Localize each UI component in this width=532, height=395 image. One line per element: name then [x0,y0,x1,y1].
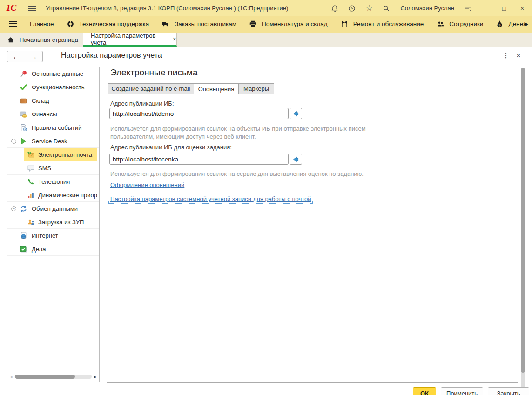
sidebar-item-dynamic-priorities[interactable]: Динамические приор [7,188,99,202]
ok-button[interactable]: ОК [413,387,436,395]
collapse-expander-icon[interactable]: − [11,139,16,144]
play-icon [20,137,27,145]
persons-icon [27,218,35,226]
minimize-button[interactable]: – [481,5,491,12]
notifications-tab-panel: Адрес публикации ИБ: Используется для фо… [107,94,518,383]
sidebar-item-telephony[interactable]: Телефония [7,175,99,188]
more-menu-icon[interactable]: ⋮ [503,52,510,59]
logo-text: 1С [6,3,16,13]
apply-button[interactable]: Применить [441,387,483,395]
sidebar-item-warehouse[interactable]: Склад [7,94,99,107]
pin-icon [20,70,27,78]
back-button[interactable]: ← [7,51,25,62]
moneybag-icon: $ [496,20,504,28]
application-window: 1С Управление IT-отделом 8, редакция 3.1… [0,0,532,395]
search-icon[interactable] [382,4,391,13]
sidebar-item-tasks[interactable]: Дела [7,242,99,256]
favorites-star-icon[interactable]: ☆ [365,4,373,13]
tab-home[interactable]: Начальная страница [0,33,83,47]
forward-button[interactable]: → [25,51,42,62]
home-icon [7,36,14,43]
sidebar-horizontal-scrollbar[interactable]: ◂ ▸ [7,374,99,380]
scroll-right-icon[interactable]: ▸ [92,374,99,380]
notification-design-link[interactable]: Оформление оповещений [110,181,184,188]
printer-icon [249,20,257,28]
phone-icon [27,178,35,186]
hscroll-track[interactable] [15,375,92,379]
menu-item-nomenclature[interactable]: Номенклатура и склад [249,20,328,28]
tab-close-icon[interactable]: × [173,35,176,43]
menu-item-main[interactable]: Главное [30,20,54,27]
sidebar-item-zup-load[interactable]: Загрузка из ЗУП [7,215,99,229]
sms-bubble-icon [27,164,35,172]
publication-address-input[interactable] [109,108,289,119]
rating-address-label: Адрес публикации ИБ для оценки задания: [110,144,232,151]
truck-icon [162,20,170,28]
finance-icon [20,110,27,118]
blue-left-arrow-icon [292,110,299,117]
mail-icon [27,151,35,159]
collapse-expander-icon[interactable]: − [11,206,16,211]
current-user[interactable]: Соломахин Руслан [400,5,454,12]
window-close-button[interactable]: × [518,5,527,12]
todo-checkbox-icon [20,245,27,253]
crate-icon [20,97,27,105]
support-wheel-icon [67,20,74,28]
system-mail-account-link[interactable]: Настройка параметров системной учетной з… [109,194,312,203]
form-close-icon[interactable]: × [516,51,521,60]
page-title: Настройка параметров учета [61,51,162,60]
sidebar-item-event-rules[interactable]: Правила событий [7,121,99,134]
event-rules-icon [20,124,27,132]
sync-icon [20,205,27,213]
svg-text:$: $ [499,23,501,27]
publication-address-label: Адрес публикации ИБ: [110,100,174,107]
blue-left-arrow-icon [292,156,299,163]
menu-item-employees[interactable]: Сотрудники [436,20,483,28]
maximize-button[interactable]: □ [499,5,509,12]
title-bar: 1С Управление IT-отделом 8, редакция 3.1… [0,0,532,16]
section-heading: Электронные письма [110,67,197,78]
service-menu-icon[interactable] [464,4,472,13]
tab-markers[interactable]: Маркеры [238,83,274,94]
sidebar-item-sms[interactable]: SMS [7,161,99,175]
menu-item-repair[interactable]: Ремонт и обслуживание [340,20,424,28]
notifications-bell-icon[interactable] [330,4,339,13]
sidebar-item-main-data[interactable]: Основные данные [7,67,99,80]
sidebar-item-finance[interactable]: Финансы [7,107,99,121]
history-icon[interactable] [348,4,356,13]
tab-settings-active[interactable]: Настройка параметров учета × [83,33,177,47]
go-arrow-button[interactable] [290,108,302,119]
menu-item-supplier-orders[interactable]: Заказы поставщикам [162,20,236,28]
sections-menu-bar: Главное Техническая поддержка Заказы пос… [0,16,532,31]
tab-email-task-creation[interactable]: Создание заданий по e-mail [108,83,194,94]
open-windows-tab-bar: Начальная страница Настройка параметров … [0,31,532,47]
sidebar-item-functionality[interactable]: Функциональность [7,80,99,94]
people-icon [436,20,444,28]
hscroll-thumb[interactable] [15,375,75,379]
close-button[interactable]: Закрыть [488,387,529,395]
check-icon [20,83,27,91]
main-menu-icon[interactable] [28,6,36,11]
go-arrow-button[interactable] [290,154,302,165]
tab-notifications[interactable]: Оповещения [194,83,239,94]
race-flags-icon [340,20,349,28]
scroll-left-icon[interactable]: ◂ [7,374,15,380]
menu-item-tech-support[interactable]: Техническая поддержка [67,20,149,28]
sidebar-item-data-exchange[interactable]: − Обмен данными [7,202,99,215]
publication-address-hint: Используется для формирования ссылок на … [110,125,379,141]
sidebar-item-email[interactable]: Электронная почта [7,148,99,161]
1c-logo-icon: 1С [6,3,16,13]
bar-chart-icon [27,191,35,199]
rating-address-hint: Используется для формирования ссылок на … [110,170,379,178]
window-title: Управление IT-отделом 8, редакция 3.1 КО… [46,5,288,12]
globe-icon [20,232,27,240]
titlebar-actions: ☆ Соломахин Руслан – □ × [330,0,527,16]
vertical-scrollbar-thumb[interactable] [521,68,525,373]
sections-hamburger-icon[interactable] [9,21,17,27]
sidebar-item-service-desk[interactable]: − Service Desk [7,134,99,148]
menu-overflow-arrow-icon[interactable]: ▶ [525,16,528,31]
sidebar-item-internet[interactable]: Интернет [7,229,99,242]
settings-sidebar: Основные данные Функциональность Склад Ф… [7,67,100,382]
rating-address-input[interactable] [109,154,289,165]
history-nav-group: ← → [7,51,43,62]
